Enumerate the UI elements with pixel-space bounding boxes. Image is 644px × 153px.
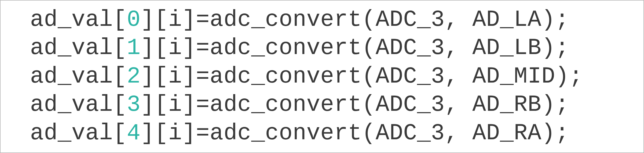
code-line: ad_val[3][i]=adc_convert(ADC_3, AD_RB); (30, 91, 643, 119)
code-text: ][i]=adc_convert(ADC_3, AD_MID); (141, 63, 583, 90)
code-line: ad_val[1][i]=adc_convert(ADC_3, AD_LB); (30, 34, 643, 62)
code-text: ad_val[ (30, 7, 127, 33)
code-line: ad_val[2][i]=adc_convert(ADC_3, AD_MID); (30, 62, 643, 91)
code-text: ][i]=adc_convert(ADC_3, AD_LB); (141, 35, 569, 61)
code-line: ad_val[4][i]=adc_convert(ADC_3, AD_RA); (30, 119, 643, 147)
index-literal: 0 (127, 7, 141, 33)
index-literal: 2 (127, 63, 141, 90)
code-text: ][i]=adc_convert(ADC_3, AD_RB); (141, 92, 569, 118)
code-text: ad_val[ (30, 92, 127, 118)
code-text: ][i]=adc_convert(ADC_3, AD_RA); (141, 120, 569, 146)
code-snippet-box: ad_val[0][i]=adc_convert(ADC_3, AD_LA); … (0, 0, 644, 153)
code-text: ad_val[ (30, 63, 127, 90)
index-literal: 3 (127, 92, 141, 118)
code-text: ad_val[ (30, 120, 127, 146)
index-literal: 1 (127, 35, 141, 61)
index-literal: 4 (127, 120, 141, 146)
code-text: ][i]=adc_convert(ADC_3, AD_LA); (141, 7, 569, 33)
code-line: ad_val[0][i]=adc_convert(ADC_3, AD_LA); (30, 6, 643, 34)
code-text: ad_val[ (30, 35, 127, 61)
